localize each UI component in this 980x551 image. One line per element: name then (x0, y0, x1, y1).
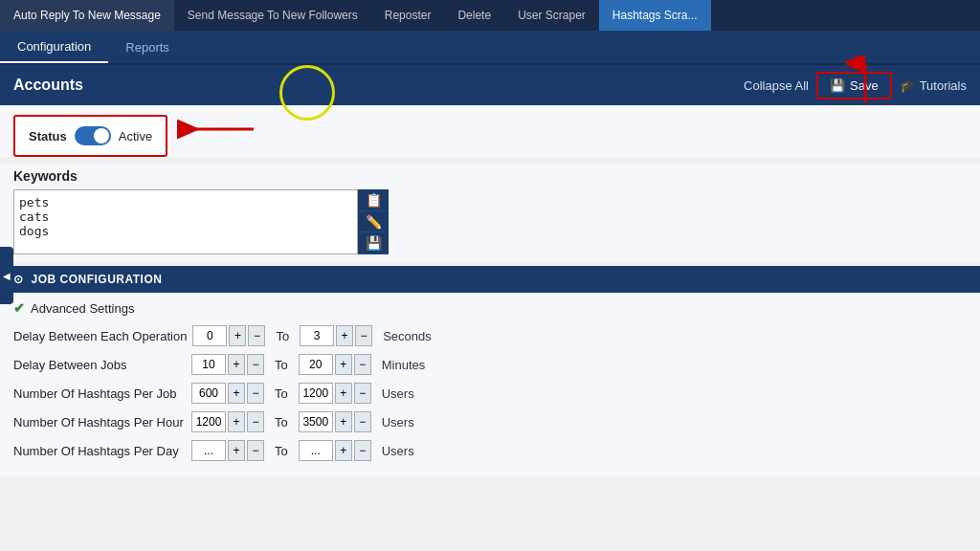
nav-send-message[interactable]: Send Message To New Followers (174, 0, 371, 31)
hashtags-per-hour-row: Number Of Hashtags Per Hour + − To + − U… (13, 411, 967, 432)
left-handle-icon: ◀ (3, 271, 11, 281)
hashtags-per-job-from-input[interactable] (191, 383, 226, 404)
hashtags-per-job-to-minus[interactable]: − (354, 383, 371, 404)
check-icon: ✔ (13, 300, 25, 316)
hashtags-per-day-to-minus[interactable]: − (354, 440, 371, 461)
hashtags-per-day-from-input[interactable] (191, 440, 226, 461)
hashtags-per-job-from: + − (191, 383, 264, 404)
save-button[interactable]: 💾 Save (816, 72, 892, 99)
delay-jobs-to-plus[interactable]: + (335, 354, 352, 375)
hashtags-per-job-to-input[interactable] (299, 383, 333, 404)
hashtags-per-hour-from: + − (191, 411, 264, 432)
tutorials-button[interactable]: 🎓 Tutorials (900, 78, 967, 93)
nav-auto-reply[interactable]: Auto Reply To New Message (0, 0, 174, 31)
hashtags-per-day-from-plus[interactable]: + (228, 440, 245, 461)
hashtags-per-day-to-plus[interactable]: + (335, 440, 352, 461)
delay-jobs-from: + − (191, 354, 264, 375)
keywords-action-panel: 📋 ✏️ 💾 (358, 189, 389, 254)
to-label-3: To (275, 386, 288, 401)
hashtags-per-hour-to: + − (299, 411, 371, 432)
keywords-box: pets cats dogs 📋 ✏️ 💾 (13, 189, 967, 254)
accounts-header-right: Collapse All 💾 Save 🎓 Tutorials (744, 72, 967, 99)
advanced-settings-label: Advanced Settings (31, 301, 134, 316)
hashtags-per-job-row: Number Of Hashtags Per Job + − To + − Us… (13, 383, 967, 404)
delay-operation-from-minus[interactable]: − (248, 325, 265, 346)
delay-jobs-from-minus[interactable]: − (247, 354, 264, 375)
hashtags-per-job-from-minus[interactable]: − (247, 383, 264, 404)
delay-jobs-label: Delay Between Jobs (13, 358, 186, 372)
keywords-title: Keywords (13, 168, 967, 184)
hashtags-per-hour-label: Number Of Hashtags Per Hour (13, 415, 186, 430)
delay-operation-to-minus[interactable]: − (355, 325, 372, 346)
delay-jobs-to-input[interactable] (299, 354, 333, 375)
keywords-section: Keywords pets cats dogs 📋 ✏️ 💾 (0, 165, 980, 262)
hashtags-per-day-from-minus[interactable]: − (247, 440, 264, 461)
tab-reports[interactable]: Reports (108, 31, 187, 63)
to-label-2: To (275, 358, 288, 372)
save-keywords-icon: 💾 (366, 235, 382, 251)
job-config-header: ⊙ JOB CONFIGURATION (0, 266, 980, 293)
hashtags-per-hour-to-input[interactable] (299, 411, 333, 432)
tab-configuration[interactable]: Configuration (0, 31, 108, 63)
to-label-4: To (275, 415, 288, 430)
delay-jobs-unit: Minutes (382, 358, 426, 372)
keywords-save-button[interactable]: 💾 (358, 232, 389, 254)
hashtags-per-job-unit: Users (382, 386, 414, 401)
keywords-edit-button[interactable]: ✏️ (358, 211, 389, 233)
hashtags-per-hour-to-plus[interactable]: + (335, 411, 352, 432)
job-config-collapse-icon[interactable]: ⊙ (13, 273, 24, 286)
job-config-title: JOB CONFIGURATION (32, 273, 163, 286)
delay-operation-from: + − (192, 325, 265, 346)
nav-hashtags-scra[interactable]: Hashtags Scra... (599, 0, 711, 31)
collapse-all-button[interactable]: Collapse All (744, 78, 809, 93)
delay-operation-to-plus[interactable]: + (336, 325, 353, 346)
advanced-settings-row: ✔ Advanced Settings (13, 300, 967, 316)
hashtags-per-hour-from-input[interactable] (191, 411, 226, 432)
top-nav: Auto Reply To New Message Send Message T… (0, 0, 980, 31)
to-label-1: To (276, 329, 289, 343)
hashtags-per-day-from: + − (191, 440, 264, 461)
status-row: Status Active (13, 115, 167, 157)
nav-reposter[interactable]: Reposter (371, 0, 445, 31)
delay-jobs-from-plus[interactable]: + (228, 354, 245, 375)
keywords-input[interactable]: pets cats dogs (13, 189, 358, 254)
status-toggle[interactable] (75, 126, 111, 145)
copy-icon: 📋 (366, 192, 382, 208)
delay-operation-row: Delay Between Each Operation + − To + − … (13, 325, 967, 346)
save-icon: 💾 (830, 78, 845, 93)
nav-user-scraper[interactable]: User Scraper (504, 0, 599, 31)
nav-delete[interactable]: Delete (444, 0, 504, 31)
edit-icon: ✏️ (366, 214, 382, 230)
hashtags-per-day-label: Number Of Hashtags Per Day (13, 444, 186, 458)
status-active-text: Active (119, 129, 152, 143)
hashtags-per-job-to-plus[interactable]: + (335, 383, 352, 404)
delay-operation-unit: Seconds (383, 329, 432, 343)
hashtags-per-day-to: + − (299, 440, 371, 461)
delay-jobs-to-minus[interactable]: − (354, 354, 371, 375)
delay-operation-to: + − (300, 325, 372, 346)
hashtags-per-job-label: Number Of Hashtags Per Job (13, 386, 186, 401)
hashtags-per-hour-unit: Users (382, 415, 414, 430)
keywords-copy-button[interactable]: 📋 (358, 189, 389, 211)
to-label-5: To (275, 444, 288, 458)
delay-operation-from-plus[interactable]: + (229, 325, 246, 346)
hashtags-per-job-from-plus[interactable]: + (228, 383, 245, 404)
delay-operation-from-input[interactable] (192, 325, 227, 346)
delay-operation-label: Delay Between Each Operation (13, 329, 187, 343)
hashtags-per-hour-from-minus[interactable]: − (247, 411, 264, 432)
hashtags-per-hour-to-minus[interactable]: − (354, 411, 371, 432)
delay-jobs-from-input[interactable] (191, 354, 226, 375)
hashtags-per-day-row: Number Of Hashtags Per Day + − To + − Us… (13, 440, 967, 461)
delay-operation-to-input[interactable] (300, 325, 334, 346)
status-label: Status (29, 129, 67, 143)
accounts-header: Accounts Collapse All 💾 Save 🎓 Tutorials (0, 65, 980, 105)
hashtags-per-hour-from-plus[interactable]: + (228, 411, 245, 432)
section-tabs: Configuration Reports (0, 31, 980, 65)
hashtags-per-day-to-input[interactable] (299, 440, 333, 461)
left-handle[interactable]: ◀ (0, 247, 13, 304)
accounts-title: Accounts (13, 77, 83, 94)
hashtags-per-job-to: + − (299, 383, 371, 404)
tutorials-icon: 🎓 (900, 78, 915, 93)
hashtags-per-day-unit: Users (382, 444, 414, 458)
toggle-thumb (94, 128, 109, 143)
